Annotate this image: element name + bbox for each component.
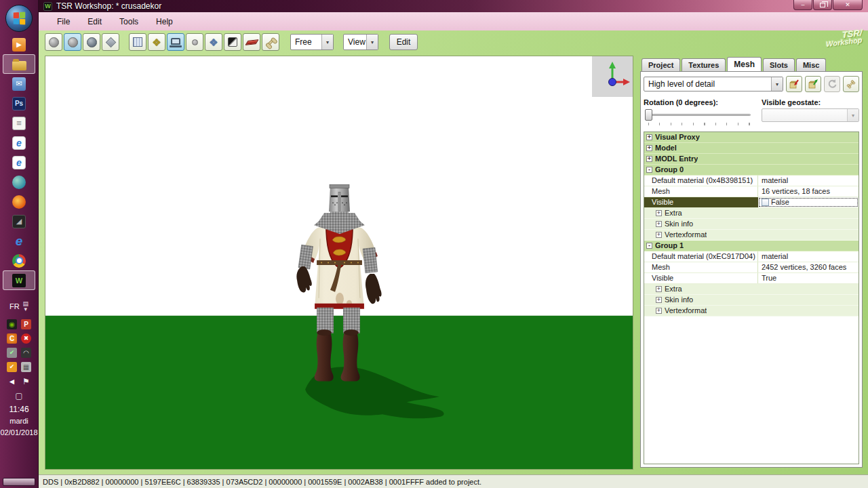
minimize-button[interactable]: –: [793, 0, 812, 10]
edit-button[interactable]: Edit: [389, 34, 418, 50]
expand-toggle-icon[interactable]: +: [646, 145, 652, 151]
expand-toggle-icon[interactable]: -: [646, 167, 652, 173]
tree-row[interactable]: - Group 1: [644, 241, 859, 251]
language-indicator[interactable]: FR ▤▾: [9, 301, 28, 312]
menu-item[interactable]: Help: [147, 14, 182, 29]
start-button[interactable]: [5, 5, 33, 32]
panel-tab[interactable]: Mesh: [727, 57, 762, 71]
close-button[interactable]: ✕: [833, 0, 863, 10]
geostate-dropdown[interactable]: ▾: [762, 108, 859, 122]
toolbar-button[interactable]: [224, 33, 241, 51]
taskbar-app-icon[interactable]: [3, 192, 35, 211]
taskbar-app-icon[interactable]: [3, 172, 35, 192]
panel-tab[interactable]: Misc: [796, 58, 826, 71]
taskbar-app-icon[interactable]: Ps: [3, 94, 35, 113]
expand-toggle-icon[interactable]: +: [646, 156, 652, 162]
taskbar-app-icon[interactable]: W: [3, 270, 35, 290]
panel-tab[interactable]: Slots: [763, 58, 795, 71]
tree-row[interactable]: + Vertexformat: [644, 306, 859, 317]
taskbar-app-icon[interactable]: ▶: [3, 35, 35, 54]
tree-row-value[interactable]: True: [758, 273, 859, 283]
tray-icon[interactable]: ▢: [14, 390, 24, 401]
panel-tab[interactable]: Project: [642, 58, 680, 71]
taskbar-app-icon[interactable]: ≡: [3, 113, 35, 133]
tray-icon[interactable]: ✔: [7, 362, 17, 372]
import-mesh-button[interactable]: [786, 76, 802, 92]
taskbar-app-icon[interactable]: e: [3, 152, 35, 172]
show-desktop-button[interactable]: [3, 478, 35, 486]
tree-row[interactable]: + MODL Entry: [644, 154, 859, 165]
toolbar-button[interactable]: [102, 33, 119, 51]
3d-viewport[interactable]: [45, 56, 633, 470]
rotation-slider[interactable]: [644, 108, 755, 126]
expand-toggle-icon[interactable]: +: [646, 134, 652, 140]
visible-checkbox[interactable]: [762, 199, 769, 206]
menu-item[interactable]: File: [48, 14, 79, 29]
slider-thumb[interactable]: [645, 109, 652, 121]
toolbar-button[interactable]: [129, 33, 146, 51]
tree-row-value[interactable]: material: [758, 251, 859, 262]
expand-toggle-icon[interactable]: +: [656, 297, 662, 303]
tree-row[interactable]: + Skin info: [644, 219, 859, 230]
toolbar-button[interactable]: [64, 33, 81, 51]
toolbar-button[interactable]: [262, 33, 279, 51]
bone-assign-button[interactable]: [843, 76, 859, 92]
tray-icon[interactable]: P: [21, 319, 31, 329]
tree-row[interactable]: + Model: [644, 143, 859, 154]
tray-icon[interactable]: ⚑: [21, 376, 31, 386]
camera-mode-dropdown[interactable]: Free ▾: [290, 34, 334, 50]
tree-row[interactable]: + Visual Proxy: [644, 132, 859, 143]
tree-row-value[interactable]: False: [758, 197, 859, 207]
tray-icon[interactable]: ◉: [7, 319, 17, 329]
tray-icon[interactable]: ◠: [21, 348, 31, 358]
chevron-down-icon[interactable]: ▾: [771, 77, 783, 91]
tree-row[interactable]: + Extra: [644, 284, 859, 295]
chevron-down-icon[interactable]: ▾: [366, 35, 378, 49]
tree-row[interactable]: Visible False: [644, 197, 859, 208]
chevron-down-icon[interactable]: ▾: [321, 35, 333, 49]
taskbar-app-icon[interactable]: ✉: [3, 74, 35, 94]
panel-tab[interactable]: Textures: [682, 58, 726, 71]
menu-item[interactable]: Tools: [111, 14, 147, 29]
tray-icon[interactable]: C: [7, 333, 17, 344]
restore-button[interactable]: [813, 0, 832, 10]
taskbar-app-icon[interactable]: ◢: [3, 211, 35, 231]
toolbar-button[interactable]: [167, 33, 184, 51]
tree-row[interactable]: - Group 0: [644, 165, 859, 176]
expand-toggle-icon[interactable]: +: [656, 232, 662, 238]
taskbar-app-icon[interactable]: e: [3, 133, 35, 152]
expand-toggle-icon[interactable]: +: [656, 286, 662, 292]
view-dropdown[interactable]: View ▾: [343, 34, 378, 50]
tree-row[interactable]: Default material (0x4B398151) material: [644, 176, 859, 186]
tree-row[interactable]: Mesh 16 vertices, 18 faces: [644, 186, 859, 197]
lod-dropdown[interactable]: High level of detail ▾: [644, 77, 783, 92]
tree-row[interactable]: + Skin info: [644, 295, 859, 306]
taskbar-clock[interactable]: 11:46 mardi 02/01/2018: [0, 404, 37, 439]
taskbar-app-icon[interactable]: e: [3, 231, 35, 251]
tree-row[interactable]: Default material (0xEC917D04) material: [644, 251, 859, 262]
tree-row-value[interactable]: 2452 vertices, 3260 faces: [758, 262, 859, 272]
toolbar-button[interactable]: [83, 33, 100, 51]
tray-icon[interactable]: ✔: [7, 348, 17, 358]
toolbar-button[interactable]: [45, 33, 62, 51]
tray-icon[interactable]: ◄: [7, 376, 17, 386]
taskbar-app-icon[interactable]: [3, 251, 35, 270]
tree-row-value[interactable]: 16 vertices, 18 faces: [758, 186, 859, 197]
refresh-lod-button[interactable]: [824, 76, 840, 92]
toolbar-button[interactable]: [243, 33, 260, 51]
toolbar-button[interactable]: ❖: [205, 33, 222, 51]
tray-icon[interactable]: ▦: [21, 362, 31, 372]
menu-item[interactable]: Edit: [79, 14, 111, 29]
tree-row[interactable]: Mesh 2452 vertices, 3260 faces: [644, 262, 859, 273]
tree-row-value[interactable]: material: [758, 176, 859, 186]
expand-toggle-icon[interactable]: +: [656, 221, 662, 227]
expand-toggle-icon[interactable]: +: [656, 308, 662, 314]
expand-toggle-icon[interactable]: -: [646, 243, 652, 249]
tray-icon[interactable]: ✖: [21, 333, 31, 344]
tree-row[interactable]: + Vertexformat: [644, 230, 859, 241]
tree-row[interactable]: + Extra: [644, 208, 859, 219]
toolbar-button[interactable]: [186, 33, 203, 51]
taskbar-app-icon[interactable]: [3, 54, 35, 74]
toolbar-button[interactable]: ❖: [148, 33, 165, 51]
export-mesh-button[interactable]: [805, 76, 821, 92]
